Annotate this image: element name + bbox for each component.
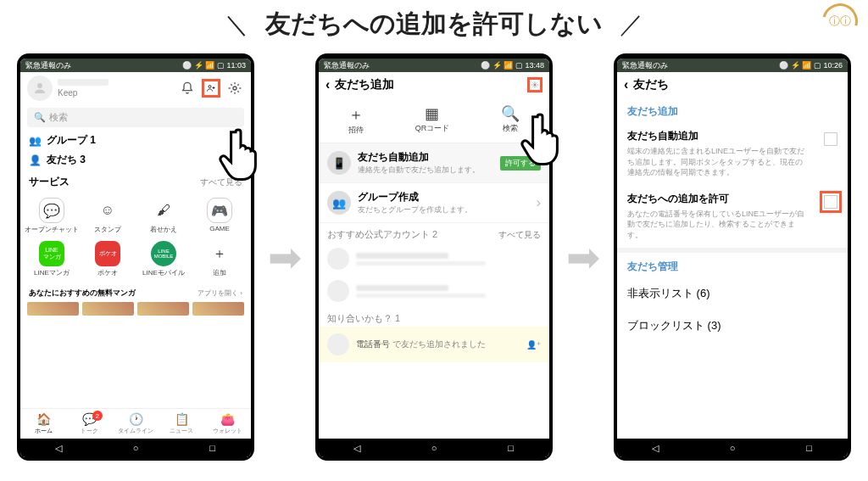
svc-stamp[interactable]: ☺スタンプ xyxy=(80,194,136,238)
official-header: おすすめ公式アカウント 2 すべて見る xyxy=(319,223,549,243)
add-icon[interactable]: 👤⁺ xyxy=(526,340,541,350)
avatar xyxy=(327,333,349,355)
friend-row[interactable]: 👤 友だち 3 xyxy=(20,150,251,170)
screen-title: 友だち xyxy=(633,77,669,92)
svc-add[interactable]: ＋追加 xyxy=(192,238,248,281)
gear-icon[interactable] xyxy=(527,77,542,92)
avatar[interactable] xyxy=(27,76,53,101)
see-all-link[interactable]: すべて見る xyxy=(498,229,541,241)
search-input[interactable]: 🔍 検索 xyxy=(27,108,244,127)
acquaint-header: 知り合いかも？ 1 xyxy=(319,307,549,327)
nav-news[interactable]: 📋ニュース xyxy=(159,409,204,439)
group-create-sub: 友だちとグループを作成します。 xyxy=(358,204,530,215)
back-button[interactable]: ‹ xyxy=(326,77,330,92)
manga-thumbs[interactable] xyxy=(20,302,251,316)
auto-add-desc: 端末の連絡先に含まれるLINEユーザーを自動で友だち追加します。同期ボタンをタッ… xyxy=(627,146,807,178)
search-button[interactable]: 🔍検索 xyxy=(501,104,520,136)
badge: 2 xyxy=(92,411,103,421)
group-label: グループ 1 xyxy=(47,133,96,148)
person-icon: 👤 xyxy=(29,154,42,166)
tel-sub: で友だち追加されました xyxy=(392,339,486,349)
checkbox[interactable] xyxy=(824,195,837,209)
talk-icon: 💬 xyxy=(66,412,112,426)
add-friend-icon[interactable] xyxy=(202,79,220,98)
svc-manga[interactable]: LINEマンガLINEマンガ xyxy=(24,238,80,281)
service-header-text: サービス xyxy=(29,175,70,189)
service-header: サービス すべて見る xyxy=(20,170,251,191)
contact-icon: 📱 xyxy=(327,151,351,175)
home-button[interactable]: ○ xyxy=(428,442,440,454)
back-button[interactable]: ◁ xyxy=(53,442,64,454)
group-row[interactable]: 👥 グループ 1 xyxy=(20,131,251,150)
status-time: ⚪ ⚡ 📶 ▢ 13:48 xyxy=(481,61,544,70)
qr-button[interactable]: ▦QRコード xyxy=(415,104,450,136)
back-button[interactable]: ◁ xyxy=(351,442,363,454)
nav-home[interactable]: 🏠ホーム xyxy=(20,409,66,439)
home-icon: 🏠 xyxy=(20,412,66,426)
status-bar: 緊急通報のみ ⚪ ⚡ 📶 ▢ 13:48 xyxy=(319,59,549,72)
method-label: 招待 xyxy=(348,126,364,134)
status-bar: 緊急通報のみ ⚪ ⚡ 📶 ▢ 11:03 xyxy=(20,59,251,72)
bottom-nav: 🏠ホーム 💬2トーク 🕐タイムライン 📋ニュース 👛ウォレット xyxy=(20,408,251,439)
nav-label: ニュース xyxy=(170,428,193,433)
section-add-header: 友だち追加 xyxy=(617,98,848,122)
allow-add-title: 友だちへの追加を許可 xyxy=(627,192,807,206)
checkbox[interactable] xyxy=(824,132,837,146)
gear-icon[interactable] xyxy=(225,79,244,98)
recommend-header: あなたにおすすめの無料マンガ アプリを開く › xyxy=(20,284,251,302)
see-all-link[interactable]: すべて見る xyxy=(200,176,242,188)
group-create-row[interactable]: 👥 グループ作成 友だちとグループを作成します。 › xyxy=(319,183,549,223)
svg-point-2 xyxy=(233,87,236,90)
group-icon: 👥 xyxy=(29,135,42,147)
bell-icon[interactable] xyxy=(178,79,197,98)
home-button[interactable]: ○ xyxy=(130,442,142,454)
auto-add-setting[interactable]: 友だち自動追加 端末の連絡先に含まれるLINEユーザーを自動で友だち追加します。… xyxy=(617,122,817,185)
back-button[interactable]: ◁ xyxy=(649,442,661,454)
svc-label: オープンチャット xyxy=(25,226,79,233)
nav-wallet[interactable]: 👛ウォレット xyxy=(205,409,251,439)
svc-label: LINEマンガ xyxy=(34,269,70,277)
status-carrier: 緊急通報のみ xyxy=(324,60,370,71)
back-button[interactable]: ‹ xyxy=(624,77,628,92)
block-list-row[interactable]: ブロックリスト (3) xyxy=(617,310,848,342)
recommend-label: あなたにおすすめの無料マンガ xyxy=(29,288,136,299)
tel-added-row[interactable]: 電話番号 で友だち追加されました 👤⁺ xyxy=(319,327,549,362)
status-carrier: 緊急通報のみ xyxy=(622,60,668,71)
news-icon: 📋 xyxy=(159,412,204,426)
allow-add-setting[interactable]: 友だちへの追加を許可 あなたの電話番号を保有しているLINEユーザーが自動で友だ… xyxy=(617,185,817,248)
svc-mobile[interactable]: LINEMOBILELINEモバイル xyxy=(136,238,192,281)
svc-game[interactable]: 🎮GAME xyxy=(192,194,248,238)
friend-label: 友だち 3 xyxy=(47,153,86,167)
svc-pokeo[interactable]: ポケオポケオ xyxy=(80,238,136,281)
recent-button[interactable]: □ xyxy=(207,442,219,454)
allow-add-desc: あなたの電話番号を保有しているLINEユーザーが自動で友だちに追加したり、検索す… xyxy=(627,209,807,241)
svc-theme[interactable]: 🖌着せかえ xyxy=(136,194,192,238)
keep-label[interactable]: Keep xyxy=(58,88,173,98)
nav-talk[interactable]: 💬2トーク xyxy=(66,409,112,439)
arrow-right-icon: ➡ xyxy=(566,233,600,281)
official-account-1[interactable] xyxy=(319,243,549,275)
arrow-right-icon: ➡ xyxy=(268,233,302,281)
auto-add-title: 友だち自動追加 xyxy=(358,150,493,165)
auto-add-row[interactable]: 📱 友だち自動追加 連絡先を自動で友だち追加します。 許可する xyxy=(319,143,549,183)
status-time: ⚪ ⚡ 📶 ▢ 10:26 xyxy=(779,61,843,70)
nav-timeline[interactable]: 🕐タイムライン xyxy=(113,409,159,439)
recent-button[interactable]: □ xyxy=(505,442,517,454)
recent-button[interactable]: □ xyxy=(804,442,815,454)
home-button[interactable]: ○ xyxy=(726,442,738,454)
slash-left: ＼ xyxy=(225,8,248,41)
official-label: おすすめ公式アカウント 2 xyxy=(327,228,437,241)
wallet-icon: 👛 xyxy=(205,412,251,426)
avatar xyxy=(327,248,349,270)
permit-button[interactable]: 許可する xyxy=(500,156,541,171)
invite-button[interactable]: ＋招待 xyxy=(348,104,364,136)
hidden-list-row[interactable]: 非表示リスト (6) xyxy=(617,277,848,310)
group-create-title: グループ作成 xyxy=(358,190,530,204)
official-account-2[interactable] xyxy=(319,275,549,307)
search-placeholder: 検索 xyxy=(49,111,68,124)
nav-label: ホーム xyxy=(35,428,53,433)
open-app-link[interactable]: アプリを開く › xyxy=(198,288,242,298)
svc-openchat[interactable]: 💬オープンチャット xyxy=(24,194,80,238)
section-manage-header: 友だち管理 xyxy=(617,253,848,277)
profile-name-blur xyxy=(58,79,108,86)
